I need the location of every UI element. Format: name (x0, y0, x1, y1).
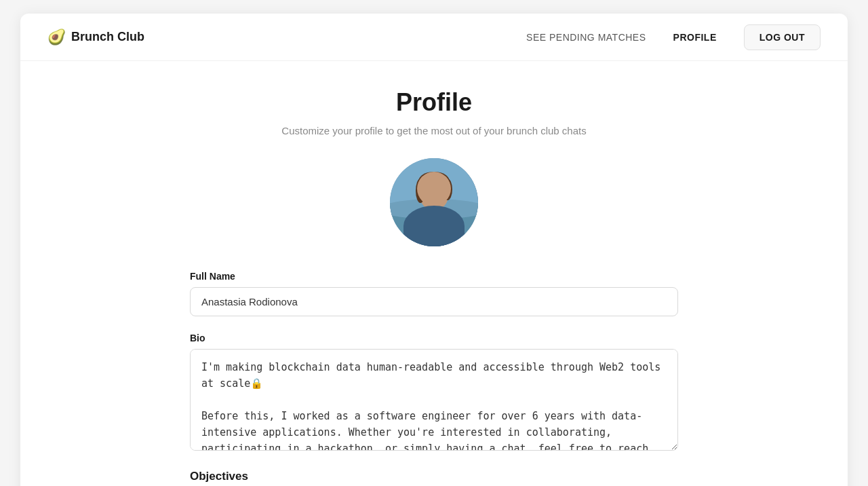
nav-links: SEE PENDING MATCHES PROFILE LOG OUT (526, 24, 821, 50)
avatar-image (390, 158, 478, 246)
avatar-container[interactable] (390, 158, 478, 246)
page-title: Profile (396, 88, 472, 117)
objectives-title: Objectives (190, 470, 678, 483)
logo: 🥑 Brunch Club (47, 29, 144, 46)
nav-pending-matches[interactable]: SEE PENDING MATCHES (526, 32, 646, 43)
nav: 🥑 Brunch Club SEE PENDING MATCHES PROFIL… (20, 14, 848, 61)
app-container: 🥑 Brunch Club SEE PENDING MATCHES PROFIL… (20, 14, 848, 486)
main-content: Profile Customize your profile to get th… (20, 61, 848, 486)
svg-point-11 (443, 179, 452, 200)
full-name-label: Full Name (190, 271, 678, 282)
svg-point-9 (418, 172, 450, 191)
svg-point-12 (427, 191, 431, 196)
profile-form: Full Name Bio I'm making blockchain data… (190, 271, 678, 486)
svg-rect-7 (429, 200, 439, 212)
svg-point-4 (415, 218, 439, 245)
svg-point-13 (437, 191, 441, 196)
svg-point-8 (419, 176, 449, 210)
svg-point-5 (431, 222, 451, 246)
avatar[interactable] (390, 158, 478, 246)
svg-point-10 (416, 179, 425, 203)
svg-rect-6 (431, 219, 436, 240)
bio-label: Bio (190, 333, 678, 343)
logout-button[interactable]: LOG OUT (744, 24, 821, 50)
page-subtitle: Customize your profile to get the most o… (281, 125, 586, 136)
svg-point-3 (407, 216, 461, 246)
full-name-input[interactable] (190, 287, 678, 316)
bio-input[interactable]: I'm making blockchain data human-readabl… (190, 349, 678, 451)
objectives-group: Objectives Select up to 3 objectives. Th… (190, 470, 678, 486)
logo-text: Brunch Club (71, 30, 144, 44)
full-name-group: Full Name (190, 271, 678, 316)
svg-point-2 (390, 199, 478, 219)
bio-group: Bio I'm making blockchain data human-rea… (190, 333, 678, 453)
nav-profile[interactable]: PROFILE (673, 32, 717, 43)
logo-icon: 🥑 (47, 29, 66, 46)
